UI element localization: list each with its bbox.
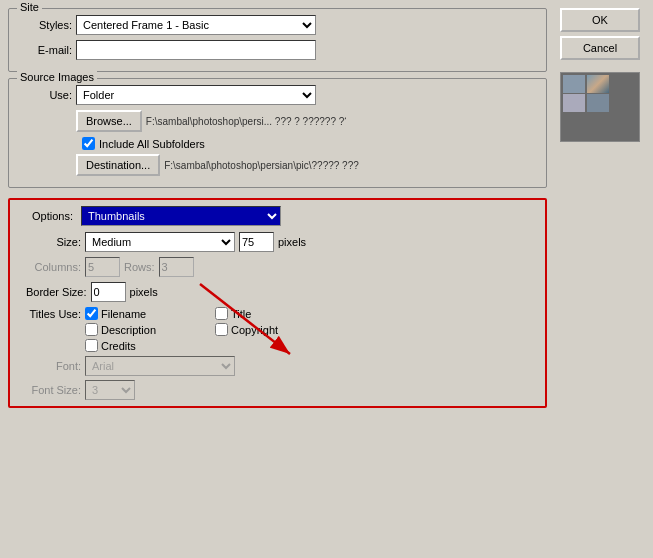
styles-select[interactable]: Centered Frame 1 - Basic	[76, 15, 316, 35]
fontsize-label: Font Size:	[26, 384, 81, 396]
columns-label: Columns:	[26, 261, 81, 273]
size-row: Size: Medium pixels	[26, 232, 537, 252]
right-panel: OK Cancel	[555, 8, 645, 550]
copyright-checkbox[interactable]	[215, 323, 228, 336]
include-subfolders-checkbox[interactable]	[82, 137, 95, 150]
size-label: Size:	[26, 236, 81, 248]
border-pixels-label: pixels	[130, 286, 158, 298]
use-select[interactable]: Folder	[76, 85, 316, 105]
styles-row: Styles: Centered Frame 1 - Basic	[17, 15, 538, 35]
browse-row: Browse... F:\sambal\photoshop\persi... ?…	[17, 110, 538, 132]
preview-thumb-3	[563, 94, 585, 112]
font-label: Font:	[26, 360, 81, 372]
preview-thumb-4	[587, 94, 609, 112]
browse-button[interactable]: Browse...	[76, 110, 142, 132]
browse-path: F:\sambal\photoshop\persi... ??? ? ?????…	[146, 116, 346, 127]
border-label: Border Size:	[26, 286, 87, 298]
dialog-container: Site Styles: Centered Frame 1 - Basic E-…	[0, 0, 653, 558]
pixels-label: pixels	[278, 236, 306, 248]
preview-inner	[561, 73, 639, 141]
titles-use-label: Titles Use:	[26, 308, 81, 320]
preview-row-2	[563, 94, 637, 112]
options-label: Options:	[18, 210, 73, 222]
title-checkbox[interactable]	[215, 307, 228, 320]
source-group: Source Images Use: Folder Browse... F:\s…	[8, 78, 547, 188]
border-input[interactable]	[91, 282, 126, 302]
options-section-select[interactable]: Thumbnails	[81, 206, 281, 226]
fontsize-row: Font Size: 3	[26, 380, 537, 400]
preview-thumb-1	[563, 75, 585, 93]
size-select[interactable]: Medium	[85, 232, 235, 252]
email-label: E-mail:	[17, 44, 72, 56]
copyright-check-item: Copyright	[215, 323, 335, 336]
title-label: Title	[231, 308, 251, 320]
styles-label: Styles:	[17, 19, 72, 31]
preview-thumb-2	[587, 75, 609, 93]
use-row: Use: Folder	[17, 85, 538, 105]
copyright-label: Copyright	[231, 324, 278, 336]
titles-use-row: Titles Use: Filename Title Descriptio	[26, 307, 537, 352]
destination-button[interactable]: Destination...	[76, 154, 160, 176]
border-row: Border Size: pixels	[26, 282, 537, 302]
filename-check-item: Filename	[85, 307, 205, 320]
cancel-button[interactable]: Cancel	[560, 36, 640, 60]
columns-row: Columns: Rows:	[26, 257, 537, 277]
options-label-row: Options: Thumbnails	[18, 206, 537, 226]
description-check-item: Description	[85, 323, 205, 336]
main-panel: Site Styles: Centered Frame 1 - Basic E-…	[8, 8, 547, 550]
include-subfolders-label: Include All Subfolders	[99, 138, 205, 150]
title-check-item: Title	[215, 307, 335, 320]
fontsize-select: 3	[85, 380, 135, 400]
titles-checkboxes: Filename Title Description Copyrigh	[85, 307, 335, 352]
columns-input	[85, 257, 120, 277]
font-select: Arial	[85, 356, 235, 376]
source-group-label: Source Images	[17, 71, 97, 83]
rows-label: Rows:	[124, 261, 155, 273]
filename-checkbox[interactable]	[85, 307, 98, 320]
credits-checkbox[interactable]	[85, 339, 98, 352]
destination-row: Destination... F:\sambal\photoshop\persi…	[17, 154, 538, 176]
description-checkbox[interactable]	[85, 323, 98, 336]
destination-path: F:\sambal\photoshop\persian\pic\????? ??…	[164, 160, 359, 171]
pixels-input[interactable]	[239, 232, 274, 252]
filename-label: Filename	[101, 308, 146, 320]
subfolders-row: Include All Subfolders	[82, 137, 538, 150]
preview-row-1	[563, 75, 637, 93]
ok-button[interactable]: OK	[560, 8, 640, 32]
site-group: Site Styles: Centered Frame 1 - Basic E-…	[8, 8, 547, 72]
rows-input	[159, 257, 194, 277]
email-row: E-mail:	[17, 40, 538, 60]
credits-label: Credits	[101, 340, 136, 352]
description-label: Description	[101, 324, 156, 336]
credits-check-item: Credits	[85, 339, 205, 352]
options-group: Options: Thumbnails Size: Medium pixels	[8, 198, 547, 408]
inner-section: Size: Medium pixels Columns: Rows: Bo	[18, 232, 537, 400]
font-row: Font: Arial	[26, 356, 537, 376]
site-group-label: Site	[17, 1, 42, 13]
use-label: Use:	[17, 89, 72, 101]
preview-box	[560, 72, 640, 142]
email-input[interactable]	[76, 40, 316, 60]
